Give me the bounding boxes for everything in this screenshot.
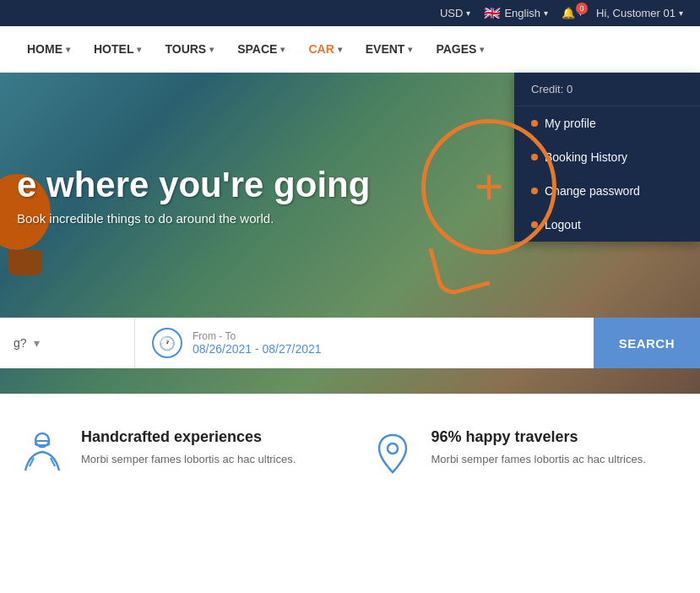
menu-item-booking-history[interactable]: Booking History	[514, 140, 700, 174]
nav-hotel-chevron: ▾	[137, 45, 141, 54]
menu-item-logout[interactable]: Logout	[514, 208, 700, 242]
nav-pages-label: PAGES	[436, 42, 476, 56]
nav-car-chevron: ▾	[338, 45, 342, 54]
nav-item-pages[interactable]: PAGES ▾	[426, 35, 494, 63]
feature-happy-title: 96% happy travelers	[431, 428, 646, 446]
navbar: HOME ▾ HOTEL ▾ TOURS ▾ SPACE ▾ CAR ▾ EVE…	[0, 26, 700, 73]
booking-dot	[531, 154, 538, 160]
credit-display: Credit: 0	[514, 73, 700, 106]
nav-car-label: CAR	[308, 42, 334, 56]
search-button[interactable]: SEARCH	[594, 318, 700, 368]
nav-event-chevron: ▾	[408, 45, 412, 54]
user-dropdown-menu: Credit: 0 My profile Booking History Cha…	[514, 73, 700, 242]
currency-label: USD	[440, 7, 463, 19]
logout-dot	[531, 221, 538, 228]
nav-space-label: SPACE	[237, 42, 277, 56]
nav-item-tours[interactable]: TOURS ▾	[155, 35, 224, 63]
date-info: From - To 08/26/2021 - 08/27/2021	[193, 330, 322, 356]
nav-event-label: EVENT	[366, 42, 405, 56]
feature-happy-text: 96% happy travelers Morbi semper fames l…	[431, 428, 646, 468]
feature-handcrafted-text: Handcrafted experiences Morbi semper fam…	[81, 428, 296, 468]
menu-item-profile[interactable]: My profile	[514, 106, 700, 140]
svg-rect-1	[35, 441, 49, 445]
nav-items: HOME ▾ HOTEL ▾ TOURS ▾ SPACE ▾ CAR ▾ EVE…	[17, 35, 494, 63]
date-label: From - To	[193, 330, 322, 342]
nav-hotel-label: HOTEL	[94, 42, 133, 56]
currency-selector[interactable]: USD ▾	[440, 7, 470, 19]
language-chevron: ▾	[544, 8, 548, 18]
language-label: English	[504, 7, 540, 19]
balloon-basket	[8, 250, 42, 275]
top-bar: USD ▾ 🇬🇧 English ▾ 🔔 0 ▾ Hi, Customer 01…	[0, 0, 700, 26]
feature-item-handcrafted: Handcrafted experiences Morbi semper fam…	[17, 428, 334, 479]
nav-space-chevron: ▾	[280, 45, 285, 54]
notifications-button[interactable]: 🔔 0 ▾	[562, 7, 583, 19]
search-date-field[interactable]: 🕐 From - To 08/26/2021 - 08/27/2021	[135, 318, 594, 368]
feature-item-happy: 96% happy travelers Morbi semper fames l…	[367, 428, 684, 479]
change-password-label: Change password	[545, 184, 640, 198]
svg-point-2	[388, 443, 398, 454]
traveler-icon	[17, 428, 68, 479]
nav-item-car[interactable]: CAR ▾	[298, 35, 351, 63]
hero-subtitle: Book incredible things to do around the …	[17, 211, 370, 226]
nav-home-label: HOME	[27, 42, 62, 56]
language-selector[interactable]: 🇬🇧 English ▾	[484, 5, 548, 21]
user-chevron: ▾	[679, 8, 683, 18]
feature-happy-desc: Morbi semper fames lobortis ac hac ultri…	[431, 451, 646, 468]
clock-icon: 🕐	[152, 328, 182, 358]
nav-item-home[interactable]: HOME ▾	[17, 35, 80, 63]
nav-item-event[interactable]: EVENT ▾	[355, 35, 423, 63]
date-value: 08/26/2021 - 08/27/2021	[193, 342, 322, 356]
change-pass-dot	[531, 188, 538, 194]
bell-icon: 🔔	[562, 7, 575, 19]
search-location-field[interactable]: g? ▾	[0, 318, 135, 368]
profile-dot	[531, 120, 538, 127]
menu-item-change-password[interactable]: Change password	[514, 174, 700, 208]
nav-home-chevron: ▾	[66, 45, 70, 54]
nav-pages-chevron: ▾	[480, 45, 484, 54]
features-section: Handcrafted experiences Morbi semper fam…	[0, 394, 700, 513]
feature-handcrafted-title: Handcrafted experiences	[81, 428, 296, 446]
location-chevron: ▾	[34, 336, 40, 350]
currency-chevron: ▾	[466, 8, 470, 18]
location-placeholder: g?	[14, 336, 27, 350]
hero-title: e where you're going	[17, 166, 370, 204]
feature-handcrafted-desc: Morbi semper fames lobortis ac hac ultri…	[81, 451, 296, 468]
profile-label: My profile	[545, 117, 596, 130]
nav-item-hotel[interactable]: HOTEL ▾	[84, 35, 151, 63]
search-bar: g? ▾ 🕐 From - To 08/26/2021 - 08/27/2021…	[0, 318, 700, 368]
location-icon	[367, 428, 418, 479]
notification-badge: 0	[576, 3, 588, 14]
nav-item-space[interactable]: SPACE ▾	[227, 35, 295, 63]
hero-text: e where you're going Book incredible thi…	[0, 166, 387, 226]
booking-history-label: Booking History	[545, 150, 627, 164]
nav-tours-chevron: ▾	[209, 45, 214, 54]
logout-label: Logout	[545, 218, 581, 231]
flag-icon: 🇬🇧	[484, 5, 501, 21]
user-label: Hi, Customer 01	[596, 7, 676, 19]
nav-tours-label: TOURS	[165, 42, 206, 56]
user-menu-button[interactable]: Hi, Customer 01 ▾	[596, 7, 683, 19]
